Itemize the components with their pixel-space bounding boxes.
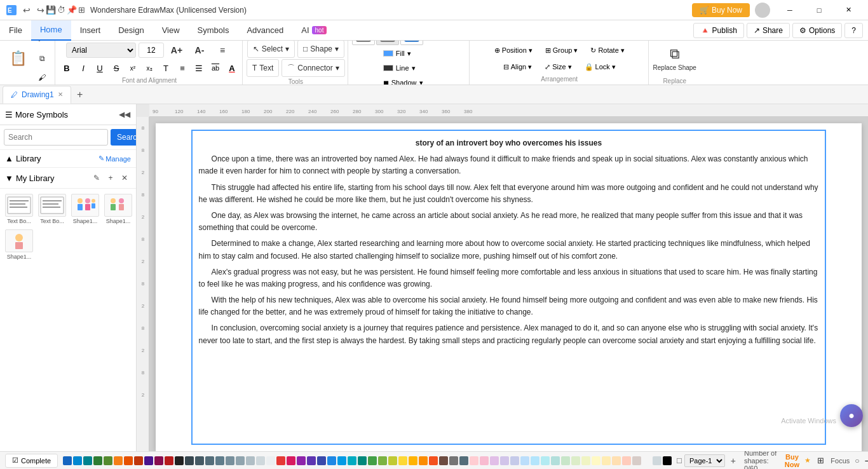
tab-close-button[interactable]: ✕ bbox=[58, 92, 63, 98]
select-button[interactable]: ↖ Select ▾ bbox=[247, 41, 295, 58]
color-swatch[interactable] bbox=[612, 456, 621, 465]
shadow-button[interactable]: ◼ Shadow ▾ bbox=[381, 76, 438, 85]
zoom-out-button[interactable]: − bbox=[865, 456, 868, 466]
canvas-area[interactable]: // Ruler ticks drawn via CSS/SVG inline … bbox=[137, 104, 868, 451]
subscript-button[interactable]: x₂ bbox=[142, 60, 157, 76]
color-swatch[interactable] bbox=[195, 456, 204, 465]
bold-button[interactable]: B bbox=[59, 60, 74, 76]
menu-advanced[interactable]: Advanced bbox=[238, 20, 292, 41]
align-button[interactable]: ⊟ Align▾ bbox=[498, 59, 537, 74]
replace-shape-button[interactable]: ⧉ Replace Shape bbox=[653, 41, 697, 76]
line-button[interactable]: Line ▾ bbox=[381, 61, 438, 75]
color-swatch[interactable] bbox=[114, 456, 123, 465]
list-item[interactable]: Shape1... bbox=[70, 193, 100, 226]
color-swatch[interactable] bbox=[226, 456, 234, 465]
color-swatch[interactable] bbox=[358, 456, 367, 465]
user-avatar[interactable] bbox=[755, 3, 770, 18]
color-swatch[interactable] bbox=[622, 456, 631, 465]
color-swatch[interactable] bbox=[500, 456, 509, 465]
color-swatch[interactable] bbox=[541, 456, 550, 465]
align-button[interactable]: ≡ bbox=[212, 41, 233, 59]
strikethrough-button[interactable]: S bbox=[109, 60, 124, 76]
menu-symbols[interactable]: Symbols bbox=[189, 20, 238, 41]
color-swatch[interactable] bbox=[144, 456, 153, 465]
color-swatch[interactable] bbox=[429, 456, 438, 465]
menu-insert[interactable]: Insert bbox=[71, 20, 110, 41]
styles-expand-up[interactable]: ▲ bbox=[424, 41, 445, 45]
color-swatch[interactable] bbox=[439, 456, 448, 465]
copy-button[interactable]: ⧉ bbox=[32, 50, 52, 67]
color-swatch[interactable] bbox=[317, 456, 326, 465]
tab-drawing1[interactable]: 🖊 Drawing1 ✕ bbox=[3, 86, 71, 104]
expand-button[interactable]: ⊞ bbox=[78, 5, 85, 15]
color-swatch[interactable] bbox=[256, 456, 265, 465]
color-swatch[interactable] bbox=[205, 456, 214, 465]
search-button[interactable]: Search bbox=[111, 129, 137, 146]
lock-button[interactable]: 🔒 Lock▾ bbox=[580, 59, 621, 74]
format-copy-button[interactable]: 🖌 bbox=[32, 69, 52, 85]
color-swatch[interactable] bbox=[276, 456, 285, 465]
minimize-button[interactable]: ─ bbox=[775, 0, 804, 20]
shape-button[interactable]: □ Shape ▾ bbox=[297, 41, 344, 58]
my-library-add-button[interactable]: + bbox=[104, 172, 117, 184]
ab-button[interactable]: ab bbox=[208, 60, 223, 76]
color-swatch[interactable] bbox=[327, 456, 336, 465]
grow-font-button[interactable]: A+ bbox=[166, 41, 187, 59]
paste-button[interactable]: 📋 bbox=[5, 46, 31, 71]
color-swatch[interactable] bbox=[459, 456, 468, 465]
group-button[interactable]: ⊞ Group▾ bbox=[540, 43, 583, 58]
save-button[interactable]: 💾 bbox=[46, 5, 56, 15]
color-swatch[interactable] bbox=[175, 456, 184, 465]
history-button[interactable]: ⏱ bbox=[57, 5, 65, 15]
list-button[interactable]: ☰ bbox=[191, 60, 207, 76]
manage-button[interactable]: ✎ Manage bbox=[98, 154, 131, 163]
style-preset-2[interactable]: Abc bbox=[376, 41, 399, 45]
close-button[interactable]: ✕ bbox=[834, 0, 863, 20]
color-swatch[interactable] bbox=[124, 456, 133, 465]
redo-button[interactable]: ↪ bbox=[37, 5, 44, 15]
color-swatch[interactable] bbox=[266, 456, 275, 465]
buy-now-button[interactable]: 🛒 Buy Now bbox=[692, 3, 750, 17]
color-swatch[interactable] bbox=[388, 456, 397, 465]
color-swatch[interactable] bbox=[73, 456, 82, 465]
color-swatch[interactable] bbox=[236, 456, 245, 465]
color-swatch[interactable] bbox=[571, 456, 580, 465]
color-swatch[interactable] bbox=[63, 456, 72, 465]
chatbot-button[interactable]: ● bbox=[840, 404, 863, 427]
color-swatch[interactable] bbox=[581, 456, 590, 465]
color-swatch[interactable] bbox=[297, 456, 306, 465]
color-swatch[interactable] bbox=[632, 456, 641, 465]
color-swatch[interactable] bbox=[337, 456, 346, 465]
color-swatch[interactable] bbox=[449, 456, 458, 465]
font-color-button[interactable]: A bbox=[224, 60, 240, 76]
add-tab-button[interactable]: + bbox=[72, 87, 88, 102]
add-page-button[interactable]: + bbox=[728, 455, 739, 466]
size-button[interactable]: ⤢ Size▾ bbox=[539, 59, 576, 74]
undo-button[interactable]: ↩ bbox=[23, 5, 31, 15]
color-swatch[interactable] bbox=[398, 456, 407, 465]
canvas-text-box[interactable]: story of an introvert boy who overcomes … bbox=[191, 130, 827, 445]
pin-button[interactable]: 📌 bbox=[67, 5, 77, 15]
menu-file[interactable]: File bbox=[0, 20, 31, 41]
share-button[interactable]: ↗ Share bbox=[747, 23, 790, 38]
color-swatch[interactable] bbox=[510, 456, 519, 465]
italic-button[interactable]: I bbox=[76, 60, 91, 76]
text-button[interactable]: T Text bbox=[247, 59, 279, 77]
color-swatch[interactable] bbox=[642, 456, 651, 465]
help-button[interactable]: ? bbox=[844, 23, 863, 38]
font-size-input[interactable] bbox=[139, 43, 164, 58]
color-swatch[interactable] bbox=[93, 456, 102, 465]
style-preset-3[interactable]: Abc bbox=[400, 41, 423, 45]
color-swatch[interactable] bbox=[470, 456, 478, 465]
color-swatch[interactable] bbox=[368, 456, 377, 465]
menu-view[interactable]: View bbox=[153, 20, 189, 41]
color-swatch[interactable] bbox=[287, 456, 295, 465]
search-input[interactable] bbox=[4, 129, 108, 146]
color-swatch[interactable] bbox=[602, 456, 611, 465]
color-swatch[interactable] bbox=[419, 456, 428, 465]
font-family-select[interactable]: Arial bbox=[66, 43, 136, 58]
color-swatch[interactable] bbox=[185, 456, 194, 465]
page-select[interactable]: Page-1 bbox=[684, 454, 725, 467]
list-item[interactable]: Shape1... bbox=[103, 193, 133, 226]
menu-design[interactable]: Design bbox=[109, 20, 153, 41]
